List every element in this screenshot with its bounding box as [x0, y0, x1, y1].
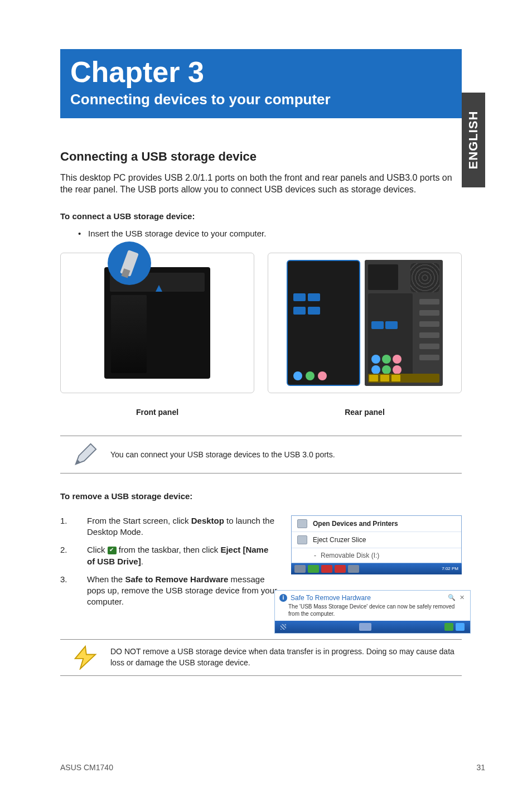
grip-icon [280, 624, 286, 630]
section-title: Connecting a USB storage device [60, 149, 478, 164]
tray-eject-icon [108, 547, 117, 554]
audio-jack-icon [371, 355, 380, 364]
audio-jack-icon [318, 371, 327, 380]
audio-jack-icon [382, 365, 391, 374]
caution-block: DO NOT remove a USB storage device when … [60, 639, 462, 676]
note-text: You can connect your USB storage devices… [110, 450, 462, 459]
front-panel-image [60, 253, 254, 393]
arrow-icon [156, 285, 162, 292]
audio-jack-icon [393, 365, 402, 374]
taskbar-time: 7:02 PM [442, 566, 458, 571]
usb-port-icon [293, 307, 306, 315]
toast-taskbar [275, 621, 470, 633]
footer-model: ASUS CM1740 [60, 763, 113, 772]
footer-page-number: 31 [476, 763, 485, 772]
step-number: 2. [60, 544, 87, 567]
list-item: 2. Click from the taskbar, then click Ej… [60, 544, 278, 567]
rule [60, 473, 462, 474]
bullet-dot: • [60, 229, 88, 238]
taskbar-icon[interactable] [308, 565, 319, 573]
language-tab-label: ENGLISH [466, 111, 481, 170]
menu-item-eject-drive[interactable]: Eject Cruzer Slice [292, 532, 461, 548]
audio-jack-icon [306, 371, 315, 380]
menu-item-label: Open Devices and Printers [313, 520, 398, 528]
caution-text: DO NOT remove a USB storage device when … [110, 646, 462, 668]
pen-note-icon [60, 442, 110, 467]
list-item: 1. From the Start screen, click Desktop … [60, 515, 278, 538]
desktop-tower-front-icon [104, 267, 210, 379]
chapter-banner: Chapter 3 Connecting devices to your com… [60, 49, 462, 118]
step-number: 1. [60, 515, 87, 538]
remove-steps-wrap: 1. From the Start screen, click Desktop … [60, 515, 462, 608]
front-panel-caption: Front panel [60, 408, 254, 417]
rear-panel-caption: Rear panel [268, 408, 462, 417]
connect-subhead: To connect a USB storage device: [60, 211, 478, 221]
tray-icon[interactable] [456, 623, 465, 631]
rear-panel-image [268, 253, 462, 393]
fan-icon [410, 263, 439, 292]
note-block: You can connect your USB storage devices… [60, 436, 462, 474]
printer-icon [297, 519, 307, 528]
keyboard-icon [359, 623, 371, 631]
language-tab: ENGLISH [462, 93, 485, 187]
panel-images-row [60, 253, 462, 393]
safe-remove-toast: i Safe To Remove Hardware 🔍 ✕ The 'USB M… [274, 590, 471, 634]
psu-icon [368, 264, 398, 290]
usb-port-icon [293, 293, 306, 301]
chapter-subtitle: Connecting devices to your computer [70, 91, 452, 108]
remove-subhead: To remove a USB storage device: [60, 491, 478, 501]
toast-body: The 'USB Mass Storage Device' device can… [275, 603, 470, 621]
step-text: From the Start screen, click Desktop to … [87, 515, 278, 538]
tray-icon[interactable] [444, 623, 453, 631]
menu-item-label: Removable Disk (I:) [321, 552, 379, 559]
rear-io-callout-icon [287, 260, 360, 386]
remove-step-list: 1. From the Start screen, click Desktop … [60, 515, 278, 608]
info-icon: i [279, 594, 287, 602]
audio-jack-icon [393, 355, 402, 364]
page-footer: ASUS CM1740 31 [60, 763, 485, 772]
menu-item-removable-disk[interactable]: - Removable Disk (I:) [292, 548, 461, 563]
chapter-number: Chapter 3 [70, 57, 452, 88]
taskbar-icon[interactable] [321, 565, 332, 573]
dash-icon: - [314, 552, 316, 559]
menu-item-label: Eject Cruzer Slice [313, 536, 366, 544]
audio-jack-icon [382, 355, 391, 364]
menu-item-open-devices[interactable]: Open Devices and Printers [292, 516, 461, 532]
audio-jack-icon [371, 365, 380, 374]
audio-jack-icon [293, 371, 302, 380]
step-text: When the Safe to Remove Hardware message… [87, 574, 278, 608]
desktop-tower-rear-icon [365, 260, 443, 386]
eject-menu-popup: Open Devices and Printers Eject Cruzer S… [291, 515, 462, 574]
taskbar-icon[interactable] [348, 565, 359, 573]
toast-controls[interactable]: 🔍 ✕ [448, 594, 466, 601]
usb-stick-icon [120, 250, 139, 277]
usb-port-icon [308, 293, 320, 301]
panel-captions: Front panel Rear panel [60, 408, 462, 417]
taskbar: 7:02 PM [291, 563, 462, 574]
list-item: 3. When the Safe to Remove Hardware mess… [60, 574, 278, 608]
connect-bullet-text: Insert the USB storage device to your co… [88, 229, 478, 238]
toast-title: Safe To Remove Hardware [291, 594, 444, 602]
section-intro: This desktop PC provides USB 2.0/1.1 por… [60, 172, 462, 196]
usb-port-icon [371, 321, 384, 329]
taskbar-icon[interactable] [335, 565, 346, 573]
usb-port-icon [308, 307, 320, 315]
step-number: 3. [60, 574, 87, 608]
taskbar-icon[interactable] [294, 565, 306, 573]
manual-page: ENGLISH Chapter 3 Connecting devices to … [0, 0, 532, 802]
usb-insert-callout-icon [108, 241, 151, 285]
drive-icon [297, 535, 307, 544]
connect-bullet: • Insert the USB storage device to your … [60, 229, 478, 238]
caution-icon [60, 645, 110, 670]
usb-port-icon [385, 321, 398, 329]
svg-marker-0 [75, 646, 96, 668]
step-text: Click from the taskbar, then click Eject… [87, 544, 278, 567]
